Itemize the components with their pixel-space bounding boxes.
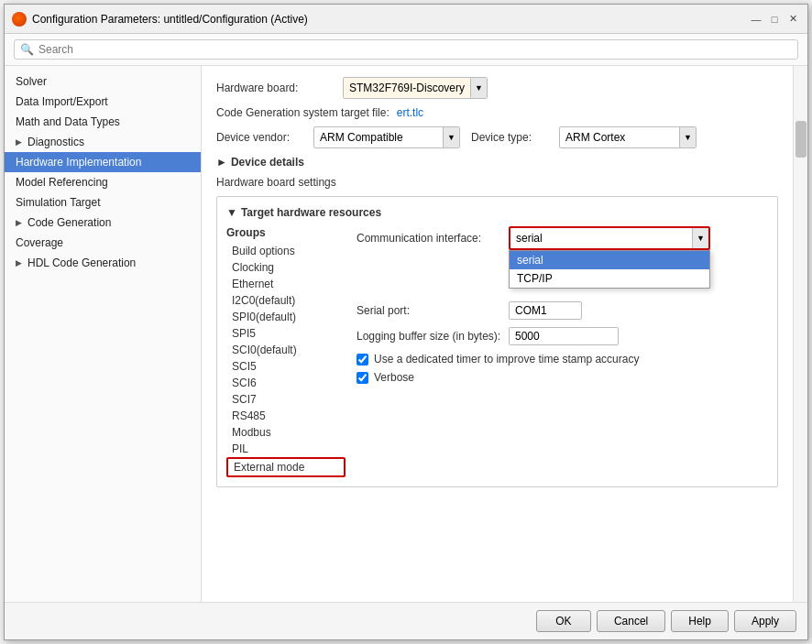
group-item-spi5[interactable]: SPI5 — [226, 325, 346, 342]
group-item-build-options[interactable]: Build options — [226, 243, 346, 259]
search-input-wrap: 🔍 — [14, 39, 798, 60]
device-vendor-value: ARM Compatible — [314, 129, 443, 146]
group-item-external-mode[interactable]: External mode — [226, 457, 346, 477]
code-gen-link[interactable]: ert.tlc — [397, 106, 423, 119]
minimize-button[interactable]: — — [749, 12, 763, 27]
sidebar-item-math[interactable]: Math and Data Types — [5, 112, 201, 132]
comm-interface-value: serial — [510, 230, 692, 246]
serial-port-input[interactable] — [509, 301, 582, 320]
main-window: Configuration Parameters: untitled/Confi… — [4, 4, 808, 640]
sidebar-item-hdl[interactable]: HDL Code Generation — [5, 253, 201, 273]
title-bar: Configuration Parameters: untitled/Confi… — [5, 5, 807, 34]
sidebar: Solver Data Import/Export Math and Data … — [5, 66, 202, 602]
sidebar-item-data-import[interactable]: Data Import/Export — [5, 92, 201, 112]
search-bar: 🔍 — [5, 34, 807, 66]
group-item-pil[interactable]: PIL — [226, 441, 346, 457]
scroll-thumb[interactable] — [796, 121, 807, 158]
window-controls: — □ ✕ — [749, 12, 800, 27]
timer-checkbox-row: Use a dedicated timer to improve time st… — [357, 353, 768, 366]
sidebar-item-coverage[interactable]: Coverage — [5, 233, 201, 253]
comm-select-box[interactable]: serial ▼ — [509, 226, 710, 250]
target-resources-header[interactable]: ▼ Target hardware resources — [226, 206, 768, 219]
hardware-board-row: Hardware board: STM32F769I-Discovery ▼ — [216, 77, 778, 99]
group-item-modbus[interactable]: Modbus — [226, 424, 346, 441]
device-type-arrow[interactable]: ▼ — [679, 127, 696, 147]
hardware-board-select[interactable]: STM32F769I-Discovery ▼ — [343, 77, 488, 99]
hw-settings-label: Hardware board settings — [216, 176, 778, 189]
logging-buffer-label: Logging buffer size (in bytes): — [357, 330, 503, 343]
groups-label: Groups — [226, 226, 346, 239]
bottom-bar: OK Cancel Help Apply — [5, 602, 807, 639]
target-resources-box: ▼ Target hardware resources Groups Build… — [216, 196, 778, 487]
hardware-board-label: Hardware board: — [216, 82, 335, 94]
logging-buffer-row: Logging buffer size (in bytes): — [357, 327, 768, 345]
comm-dropdown-list: serial TCP/IP — [509, 250, 710, 289]
close-button[interactable]: ✕ — [785, 12, 800, 27]
comm-option-tcpip[interactable]: TCP/IP — [510, 269, 709, 288]
device-details-header[interactable]: ► Device details — [216, 156, 778, 169]
groups-layout: Groups Build options Clocking Ethernet I… — [226, 226, 768, 477]
groups-list: Groups Build options Clocking Ethernet I… — [226, 226, 346, 477]
device-type-value: ARM Cortex — [560, 129, 679, 146]
search-input[interactable] — [38, 43, 222, 56]
content-area: Solver Data Import/Export Math and Data … — [5, 66, 807, 602]
scrollbar[interactable] — [793, 66, 807, 602]
device-vendor-select[interactable]: ARM Compatible ▼ — [313, 126, 460, 148]
sidebar-item-code-gen[interactable]: Code Generation — [5, 213, 201, 233]
device-vendor-arrow[interactable]: ▼ — [443, 127, 459, 147]
device-vendor-label: Device vendor: — [216, 131, 308, 144]
device-type-select[interactable]: ARM Cortex ▼ — [559, 126, 697, 148]
sidebar-item-hardware[interactable]: Hardware Implementation — [5, 152, 201, 172]
timer-checkbox[interactable] — [357, 354, 368, 366]
device-type-group: Device type: ARM Cortex ▼ — [471, 126, 697, 148]
group-item-sci5[interactable]: SCI5 — [226, 358, 346, 375]
title-bar-left: Configuration Parameters: untitled/Confi… — [12, 12, 308, 27]
serial-port-row: Serial port: — [357, 301, 768, 320]
settings-panel: Communication interface: serial ▼ serial… — [357, 226, 768, 477]
comm-option-serial[interactable]: serial — [510, 251, 709, 269]
comm-select-arrow[interactable]: ▼ — [692, 228, 708, 248]
group-item-i2c0[interactable]: I2C0(default) — [226, 292, 346, 309]
sidebar-item-solver[interactable]: Solver — [5, 71, 201, 92]
group-item-sci7[interactable]: SCI7 — [226, 391, 346, 408]
group-item-spi0[interactable]: SPI0(default) — [226, 309, 346, 325]
device-details-label: Device details — [231, 156, 304, 169]
apply-button[interactable]: Apply — [734, 610, 796, 632]
app-icon — [12, 12, 27, 27]
target-resources-collapse-icon: ▼ — [226, 206, 237, 219]
code-gen-row: Code Generation system target file: ert.… — [216, 106, 778, 119]
group-item-sci0[interactable]: SCI0(default) — [226, 342, 346, 358]
serial-port-label: Serial port: — [357, 304, 503, 317]
verbose-checkbox[interactable] — [357, 372, 368, 384]
maximize-button[interactable]: □ — [767, 12, 782, 27]
verbose-label: Verbose — [374, 371, 414, 384]
group-item-rs485[interactable]: RS485 — [226, 408, 346, 424]
sidebar-item-sim-target[interactable]: Simulation Target — [5, 192, 201, 213]
window-title: Configuration Parameters: untitled/Confi… — [32, 13, 308, 26]
code-gen-label: Code Generation system target file: — [216, 106, 390, 119]
timer-checkbox-label: Use a dedicated timer to improve time st… — [374, 353, 639, 366]
sidebar-item-diagnostics[interactable]: Diagnostics — [5, 132, 201, 152]
help-button[interactable]: Help — [671, 610, 729, 632]
target-resources-label: Target hardware resources — [241, 206, 381, 219]
device-row: Device vendor: ARM Compatible ▼ Device t… — [216, 126, 778, 148]
group-item-ethernet[interactable]: Ethernet — [226, 276, 346, 292]
verbose-checkbox-row: Verbose — [357, 371, 768, 384]
search-icon: 🔍 — [20, 43, 34, 56]
hardware-board-value: STM32F769I-Discovery — [344, 80, 470, 96]
group-item-sci6[interactable]: SCI6 — [226, 375, 346, 391]
main-panel: Hardware board: STM32F769I-Discovery ▼ C… — [202, 66, 793, 602]
comm-interface-label: Communication interface: — [357, 232, 503, 245]
logging-buffer-input[interactable] — [509, 327, 619, 345]
hardware-board-arrow[interactable]: ▼ — [470, 78, 487, 98]
comm-interface-row: Communication interface: serial ▼ serial… — [357, 226, 768, 250]
comm-interface-wrap: serial ▼ serial TCP/IP — [509, 226, 710, 250]
device-type-label: Device type: — [471, 131, 554, 144]
group-item-clocking[interactable]: Clocking — [226, 259, 346, 276]
device-vendor-group: Device vendor: ARM Compatible ▼ — [216, 126, 460, 148]
ok-button[interactable]: OK — [536, 610, 591, 632]
device-details-arrow-icon: ► — [216, 156, 227, 169]
cancel-button[interactable]: Cancel — [597, 610, 665, 632]
sidebar-item-model-ref[interactable]: Model Referencing — [5, 172, 201, 192]
